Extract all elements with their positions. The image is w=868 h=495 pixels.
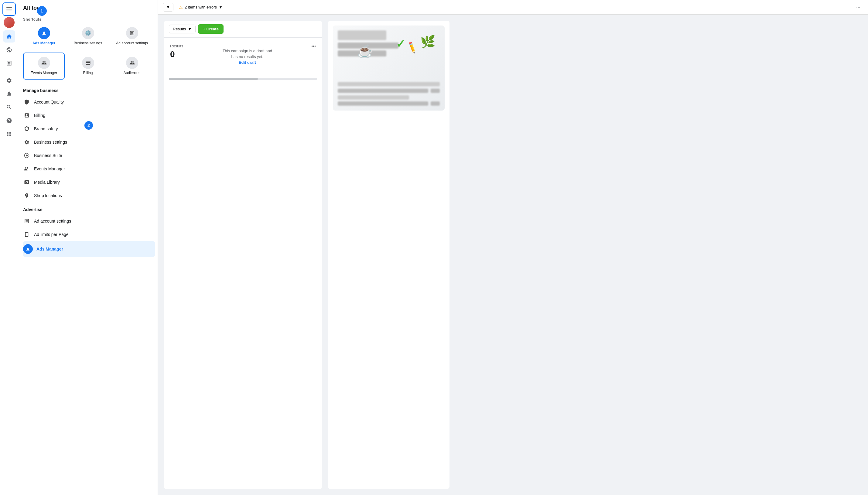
business-settings-menu-icon bbox=[23, 138, 30, 146]
nav-search[interactable] bbox=[3, 101, 15, 113]
menu-ads-manager-active[interactable]: Ads Manager bbox=[23, 241, 155, 257]
blurred-content-bottom bbox=[338, 82, 440, 106]
warning-badge[interactable]: ⚠ 2 items with errors ▼ bbox=[176, 3, 226, 12]
nav-home[interactable] bbox=[3, 30, 15, 42]
menu-events-manager[interactable]: Events Manager bbox=[23, 162, 155, 175]
ad-account-settings-shortcut-icon bbox=[126, 27, 138, 39]
nav-bell[interactable] bbox=[3, 88, 15, 100]
results-stat: Results 0 bbox=[170, 44, 183, 59]
campaign-stats: Results 0 This campaign is a draft and h… bbox=[164, 38, 322, 75]
apps-icon bbox=[6, 131, 12, 137]
warning-icon: ⚠ bbox=[179, 5, 183, 10]
plant-illustration: 🌿 bbox=[420, 35, 436, 49]
menu-account-quality[interactable]: Account Quality bbox=[23, 95, 155, 109]
manage-business-header: Manage business bbox=[23, 86, 158, 95]
checkmark-illustration: ✓ bbox=[396, 38, 405, 50]
account-quality-icon bbox=[23, 98, 30, 106]
shortcut-events-manager[interactable]: Events Manager 2 bbox=[23, 53, 65, 80]
search-icon bbox=[6, 104, 12, 110]
events-manager-menu-icon bbox=[23, 165, 30, 172]
edit-draft-link[interactable]: Edit draft bbox=[239, 60, 256, 65]
nav-globe[interactable] bbox=[3, 44, 15, 56]
draft-line2: has no results yet. bbox=[232, 54, 263, 59]
brand-safety-icon bbox=[23, 125, 30, 132]
shortcut-ads-manager[interactable]: Ads Manager bbox=[23, 23, 65, 50]
menu-billing[interactable]: Billing bbox=[23, 109, 155, 122]
shortcut-events-manager-label: Events Manager bbox=[31, 71, 57, 75]
table-icon bbox=[6, 60, 12, 66]
more-options-button[interactable]: ⋯ bbox=[853, 2, 863, 12]
menu-account-quality-label: Account Quality bbox=[34, 100, 64, 104]
shortcut-audiences-label: Audiences bbox=[123, 71, 140, 75]
events-manager-shortcut-icon bbox=[38, 57, 50, 69]
menu-ad-limits-per-page[interactable]: Ad limits per Page bbox=[23, 228, 155, 241]
scrollbar-track[interactable] bbox=[169, 78, 317, 80]
shortcuts-section: Shortcuts Ads Manager ⚙️ Business settin… bbox=[23, 16, 158, 80]
menu-shop-locations[interactable]: Shop locations bbox=[23, 189, 155, 202]
shop-locations-icon bbox=[23, 192, 30, 199]
help-icon bbox=[6, 118, 12, 124]
shortcuts-grid: Ads Manager ⚙️ Business settings Ad acco… bbox=[23, 23, 158, 80]
more-dots-icon: ⋯ bbox=[856, 5, 861, 10]
menu-media-library[interactable]: Media Library bbox=[23, 175, 155, 189]
ads-manager-active-icon-wrapper bbox=[23, 244, 33, 254]
sidebar-divider bbox=[4, 72, 14, 72]
menu-media-library-label: Media Library bbox=[34, 180, 60, 185]
menu-business-settings[interactable]: Business settings bbox=[23, 135, 155, 149]
account-dropdown[interactable]: ▼ bbox=[163, 3, 173, 12]
shortcut-audiences[interactable]: Audiences bbox=[111, 53, 153, 80]
menu-business-settings-label: Business settings bbox=[34, 140, 67, 144]
nav-table[interactable] bbox=[3, 57, 15, 69]
business-suite-icon bbox=[23, 152, 30, 159]
hamburger-button[interactable]: 1 bbox=[2, 2, 16, 16]
right-panel: ☕ ✓ ✏️ 🌿 bbox=[328, 21, 449, 489]
draft-info: This campaign is a draft and has no resu… bbox=[195, 44, 299, 70]
results-stat-value: 0 bbox=[170, 50, 183, 59]
svg-rect-1 bbox=[6, 9, 12, 10]
scrollbar-thumb bbox=[169, 78, 258, 80]
campaign-toolbar: Results ▼ + Create bbox=[164, 21, 322, 38]
menu-ads-manager-active-label: Ads Manager bbox=[36, 246, 63, 252]
billing-menu-icon bbox=[23, 112, 30, 119]
menu-ad-limits-label: Ad limits per Page bbox=[34, 232, 69, 237]
results-dropdown[interactable]: Results ▼ bbox=[169, 24, 195, 33]
menu-icon bbox=[6, 7, 12, 11]
top-bar: ▼ ⚠ 2 items with errors ▼ ⋯ bbox=[158, 0, 868, 15]
mug-illustration: ☕ bbox=[357, 44, 373, 58]
menu-business-suite-label: Business Suite bbox=[34, 153, 62, 158]
globe-icon bbox=[6, 47, 12, 53]
results-dropdown-arrow: ▼ bbox=[188, 27, 192, 31]
ads-manager-active-icon bbox=[25, 246, 30, 252]
menu-ad-account-settings[interactable]: Ad account settings bbox=[23, 215, 155, 228]
settings-icon bbox=[6, 78, 12, 84]
shortcut-ads-manager-label: Ads Manager bbox=[33, 41, 55, 46]
menu-business-suite[interactable]: Business Suite bbox=[23, 149, 155, 162]
left-sidebar: 1 bbox=[0, 0, 18, 495]
pencil-illustration: ✏️ bbox=[405, 40, 419, 54]
warning-text: 2 items with errors bbox=[185, 5, 217, 10]
tools-panel: All tools Shortcuts Ads Manager ⚙️ Busin… bbox=[18, 0, 158, 495]
svg-rect-2 bbox=[6, 11, 12, 11]
ad-limits-icon bbox=[23, 231, 30, 238]
nav-apps[interactable] bbox=[3, 128, 15, 140]
menu-brand-safety-label: Brand safety bbox=[34, 126, 58, 131]
dropdown-icon: ▼ bbox=[166, 5, 170, 10]
shortcut-ad-account-settings-label: Ad account settings bbox=[116, 41, 148, 46]
campaign-more-dots[interactable]: ••• bbox=[311, 44, 316, 49]
nav-help[interactable] bbox=[3, 115, 15, 126]
create-button[interactable]: + Create bbox=[198, 24, 223, 34]
shortcut-business-settings[interactable]: ⚙️ Business settings bbox=[67, 23, 109, 50]
shortcut-business-settings-label: Business settings bbox=[74, 41, 102, 46]
results-dropdown-label: Results bbox=[173, 27, 186, 31]
ads-manager-icon bbox=[38, 27, 50, 39]
campaign-card: Results ▼ + Create Results 0 This campai… bbox=[164, 21, 322, 489]
warning-dropdown-icon: ▼ bbox=[219, 5, 223, 10]
draft-line1: This campaign is a draft and bbox=[223, 49, 272, 53]
shortcut-billing[interactable]: Billing bbox=[67, 53, 109, 80]
shortcut-ad-account-settings[interactable]: Ad account settings bbox=[111, 23, 153, 50]
main-content: ▼ ⚠ 2 items with errors ▼ ⋯ Results ▼ + … bbox=[158, 0, 868, 495]
menu-billing-label: Billing bbox=[34, 113, 45, 118]
audiences-shortcut-icon bbox=[126, 57, 138, 69]
nav-settings[interactable] bbox=[3, 74, 15, 87]
user-avatar bbox=[4, 17, 15, 28]
